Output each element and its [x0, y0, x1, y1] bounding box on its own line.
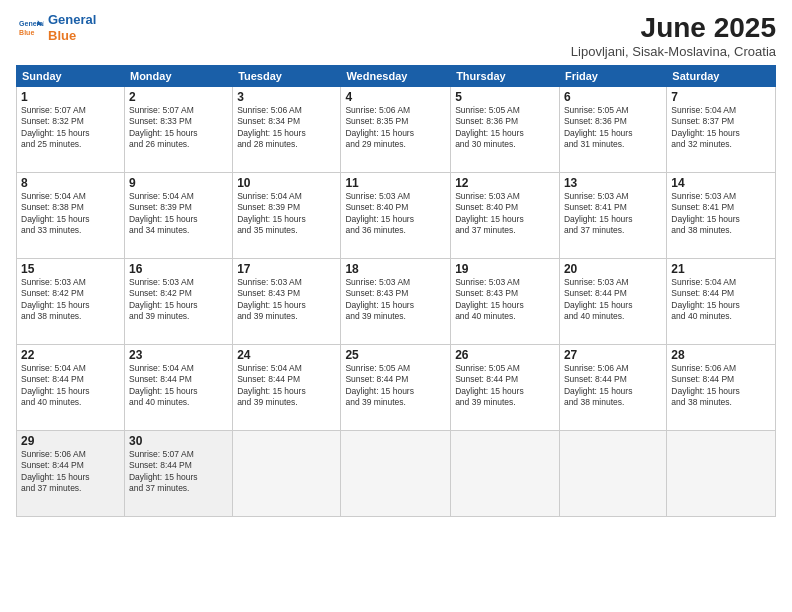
day-number: 14 — [671, 176, 771, 190]
day-info: Sunrise: 5:04 AMSunset: 8:44 PMDaylight:… — [671, 277, 771, 323]
day-info: Sunrise: 5:03 AMSunset: 8:44 PMDaylight:… — [564, 277, 662, 323]
table-row: 27Sunrise: 5:06 AMSunset: 8:44 PMDayligh… — [559, 345, 666, 431]
day-number: 8 — [21, 176, 120, 190]
day-info: Sunrise: 5:03 AMSunset: 8:43 PMDaylight:… — [455, 277, 555, 323]
table-row: 28Sunrise: 5:06 AMSunset: 8:44 PMDayligh… — [667, 345, 776, 431]
table-row — [667, 431, 776, 517]
table-row: 13Sunrise: 5:03 AMSunset: 8:41 PMDayligh… — [559, 173, 666, 259]
day-number: 2 — [129, 90, 228, 104]
calendar-week-row: 1Sunrise: 5:07 AMSunset: 8:32 PMDaylight… — [17, 87, 776, 173]
day-info: Sunrise: 5:03 AMSunset: 8:40 PMDaylight:… — [455, 191, 555, 237]
day-info: Sunrise: 5:06 AMSunset: 8:35 PMDaylight:… — [345, 105, 446, 151]
title-block: June 2025 Lipovljani, Sisak-Moslavina, C… — [571, 12, 776, 59]
table-row: 26Sunrise: 5:05 AMSunset: 8:44 PMDayligh… — [451, 345, 560, 431]
day-number: 10 — [237, 176, 336, 190]
day-number: 15 — [21, 262, 120, 276]
day-info: Sunrise: 5:06 AMSunset: 8:44 PMDaylight:… — [564, 363, 662, 409]
day-number: 17 — [237, 262, 336, 276]
day-number: 18 — [345, 262, 446, 276]
table-row — [233, 431, 341, 517]
day-info: Sunrise: 5:04 AMSunset: 8:38 PMDaylight:… — [21, 191, 120, 237]
table-row: 21Sunrise: 5:04 AMSunset: 8:44 PMDayligh… — [667, 259, 776, 345]
table-row: 6Sunrise: 5:05 AMSunset: 8:36 PMDaylight… — [559, 87, 666, 173]
calendar-week-row: 22Sunrise: 5:04 AMSunset: 8:44 PMDayligh… — [17, 345, 776, 431]
day-info: Sunrise: 5:07 AMSunset: 8:33 PMDaylight:… — [129, 105, 228, 151]
day-info: Sunrise: 5:04 AMSunset: 8:44 PMDaylight:… — [237, 363, 336, 409]
table-row: 29Sunrise: 5:06 AMSunset: 8:44 PMDayligh… — [17, 431, 125, 517]
calendar-week-row: 15Sunrise: 5:03 AMSunset: 8:42 PMDayligh… — [17, 259, 776, 345]
table-row: 3Sunrise: 5:06 AMSunset: 8:34 PMDaylight… — [233, 87, 341, 173]
day-info: Sunrise: 5:03 AMSunset: 8:40 PMDaylight:… — [345, 191, 446, 237]
day-number: 25 — [345, 348, 446, 362]
day-number: 3 — [237, 90, 336, 104]
day-info: Sunrise: 5:05 AMSunset: 8:44 PMDaylight:… — [345, 363, 446, 409]
table-row — [341, 431, 451, 517]
logo-icon: General Blue — [16, 14, 44, 42]
table-row: 4Sunrise: 5:06 AMSunset: 8:35 PMDaylight… — [341, 87, 451, 173]
header-wednesday: Wednesday — [341, 66, 451, 87]
day-info: Sunrise: 5:03 AMSunset: 8:42 PMDaylight:… — [129, 277, 228, 323]
day-number: 21 — [671, 262, 771, 276]
table-row: 8Sunrise: 5:04 AMSunset: 8:38 PMDaylight… — [17, 173, 125, 259]
day-info: Sunrise: 5:04 AMSunset: 8:39 PMDaylight:… — [237, 191, 336, 237]
header-sunday: Sunday — [17, 66, 125, 87]
day-number: 16 — [129, 262, 228, 276]
day-info: Sunrise: 5:05 AMSunset: 8:36 PMDaylight:… — [455, 105, 555, 151]
logo-text: General Blue — [48, 12, 96, 43]
day-number: 29 — [21, 434, 120, 448]
table-row: 17Sunrise: 5:03 AMSunset: 8:43 PMDayligh… — [233, 259, 341, 345]
day-info: Sunrise: 5:03 AMSunset: 8:43 PMDaylight:… — [237, 277, 336, 323]
day-info: Sunrise: 5:07 AMSunset: 8:44 PMDaylight:… — [129, 449, 228, 495]
day-number: 13 — [564, 176, 662, 190]
logo: General Blue General Blue — [16, 12, 96, 43]
header-thursday: Thursday — [451, 66, 560, 87]
day-info: Sunrise: 5:04 AMSunset: 8:39 PMDaylight:… — [129, 191, 228, 237]
day-info: Sunrise: 5:04 AMSunset: 8:44 PMDaylight:… — [21, 363, 120, 409]
day-number: 20 — [564, 262, 662, 276]
calendar-header: Sunday Monday Tuesday Wednesday Thursday… — [17, 66, 776, 87]
day-number: 24 — [237, 348, 336, 362]
day-info: Sunrise: 5:05 AMSunset: 8:36 PMDaylight:… — [564, 105, 662, 151]
day-info: Sunrise: 5:05 AMSunset: 8:44 PMDaylight:… — [455, 363, 555, 409]
table-row: 11Sunrise: 5:03 AMSunset: 8:40 PMDayligh… — [341, 173, 451, 259]
logo-line2: Blue — [48, 28, 76, 43]
svg-text:Blue: Blue — [19, 29, 34, 36]
day-number: 5 — [455, 90, 555, 104]
table-row: 12Sunrise: 5:03 AMSunset: 8:40 PMDayligh… — [451, 173, 560, 259]
table-row: 15Sunrise: 5:03 AMSunset: 8:42 PMDayligh… — [17, 259, 125, 345]
day-info: Sunrise: 5:06 AMSunset: 8:34 PMDaylight:… — [237, 105, 336, 151]
table-row: 23Sunrise: 5:04 AMSunset: 8:44 PMDayligh… — [124, 345, 232, 431]
table-row: 9Sunrise: 5:04 AMSunset: 8:39 PMDaylight… — [124, 173, 232, 259]
day-number: 22 — [21, 348, 120, 362]
day-number: 28 — [671, 348, 771, 362]
day-info: Sunrise: 5:03 AMSunset: 8:43 PMDaylight:… — [345, 277, 446, 323]
calendar-week-row: 29Sunrise: 5:06 AMSunset: 8:44 PMDayligh… — [17, 431, 776, 517]
table-row: 10Sunrise: 5:04 AMSunset: 8:39 PMDayligh… — [233, 173, 341, 259]
table-row: 22Sunrise: 5:04 AMSunset: 8:44 PMDayligh… — [17, 345, 125, 431]
header-tuesday: Tuesday — [233, 66, 341, 87]
table-row: 18Sunrise: 5:03 AMSunset: 8:43 PMDayligh… — [341, 259, 451, 345]
location: Lipovljani, Sisak-Moslavina, Croatia — [571, 44, 776, 59]
table-row: 14Sunrise: 5:03 AMSunset: 8:41 PMDayligh… — [667, 173, 776, 259]
day-number: 27 — [564, 348, 662, 362]
day-number: 26 — [455, 348, 555, 362]
calendar: Sunday Monday Tuesday Wednesday Thursday… — [16, 65, 776, 517]
table-row: 5Sunrise: 5:05 AMSunset: 8:36 PMDaylight… — [451, 87, 560, 173]
table-row: 16Sunrise: 5:03 AMSunset: 8:42 PMDayligh… — [124, 259, 232, 345]
day-number: 30 — [129, 434, 228, 448]
day-info: Sunrise: 5:07 AMSunset: 8:32 PMDaylight:… — [21, 105, 120, 151]
table-row: 1Sunrise: 5:07 AMSunset: 8:32 PMDaylight… — [17, 87, 125, 173]
header-monday: Monday — [124, 66, 232, 87]
day-number: 7 — [671, 90, 771, 104]
header-saturday: Saturday — [667, 66, 776, 87]
day-number: 12 — [455, 176, 555, 190]
logo-line1: General — [48, 12, 96, 27]
table-row — [559, 431, 666, 517]
table-row: 19Sunrise: 5:03 AMSunset: 8:43 PMDayligh… — [451, 259, 560, 345]
table-row — [451, 431, 560, 517]
weekday-header-row: Sunday Monday Tuesday Wednesday Thursday… — [17, 66, 776, 87]
day-info: Sunrise: 5:03 AMSunset: 8:41 PMDaylight:… — [671, 191, 771, 237]
day-number: 9 — [129, 176, 228, 190]
table-row: 20Sunrise: 5:03 AMSunset: 8:44 PMDayligh… — [559, 259, 666, 345]
calendar-body: 1Sunrise: 5:07 AMSunset: 8:32 PMDaylight… — [17, 87, 776, 517]
